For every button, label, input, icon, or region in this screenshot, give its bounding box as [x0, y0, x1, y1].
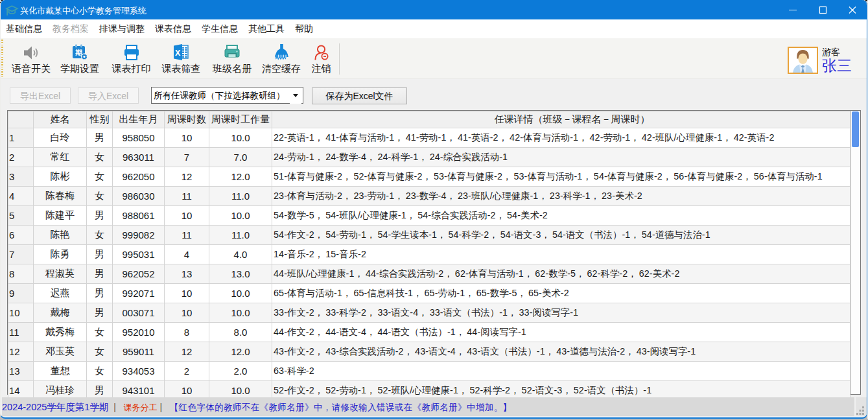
svg-text:X: X: [175, 49, 181, 58]
svg-text:期: 期: [75, 49, 82, 56]
